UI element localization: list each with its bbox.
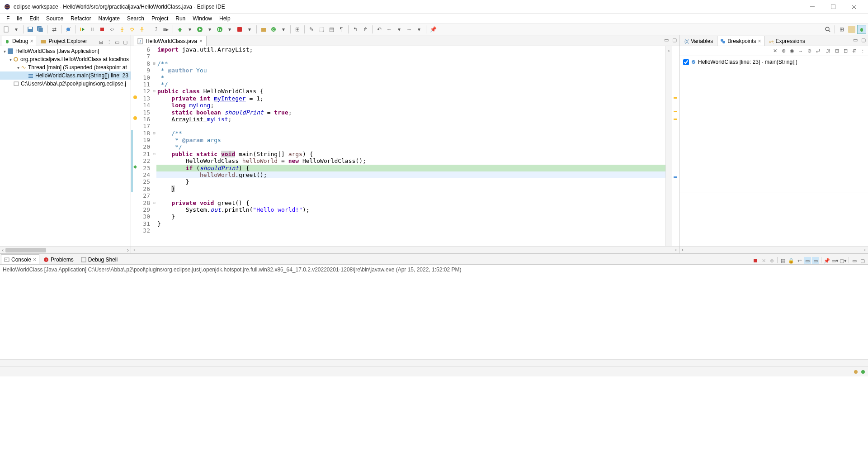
show-on-stdout-icon[interactable]: ▭ bbox=[804, 257, 811, 264]
save-icon[interactable] bbox=[26, 25, 35, 34]
show-supported-icon[interactable]: ◉ bbox=[788, 48, 796, 55]
dropdown4-icon[interactable]: ▾ bbox=[225, 25, 234, 34]
annotation-prev-icon[interactable]: ↰ bbox=[351, 25, 360, 34]
minimize-icon[interactable]: ▭ bbox=[113, 38, 121, 46]
menu-navigate[interactable]: Navigate bbox=[94, 14, 123, 23]
remove-all-launches-icon[interactable]: ⊗ bbox=[768, 257, 775, 264]
wand-icon[interactable]: ✎ bbox=[307, 25, 316, 34]
collapse-icon[interactable]: ⊟ bbox=[842, 48, 849, 55]
dropdown2-icon[interactable]: ▾ bbox=[185, 25, 194, 34]
editor-hscrollbar[interactable]: ‹ › bbox=[131, 246, 679, 253]
tree-jre[interactable]: C:\Users\Abba\.p2\pool\plugins\org.eclip… bbox=[0, 80, 131, 88]
editor-body[interactable]: 6789101112131415161718192021222324252627… bbox=[131, 46, 679, 246]
step-into-icon[interactable] bbox=[118, 25, 127, 34]
editor-vscrollbar[interactable]: ▴ ▾ bbox=[665, 46, 672, 246]
breakpoint-checkbox[interactable] bbox=[683, 59, 689, 65]
ext-tools-icon[interactable] bbox=[235, 25, 244, 34]
annotation-next-icon[interactable]: ↱ bbox=[361, 25, 370, 34]
search-icon[interactable] bbox=[823, 25, 832, 34]
minimize-icon[interactable]: ▭ bbox=[851, 257, 858, 264]
skip-all-icon[interactable]: ⊘ bbox=[806, 48, 813, 55]
add-exception-icon[interactable]: J! bbox=[825, 48, 832, 55]
java-perspective-icon[interactable] bbox=[847, 25, 856, 34]
remove-launch-icon[interactable]: ✕ bbox=[760, 257, 767, 264]
switch-icon[interactable]: ⇄ bbox=[50, 25, 59, 34]
tab-project-explorer[interactable]: Project Explorer bbox=[37, 36, 90, 46]
step-over-icon[interactable] bbox=[127, 25, 137, 34]
new-class-icon[interactable]: C bbox=[269, 25, 278, 34]
dropdown5-icon[interactable]: ▾ bbox=[245, 25, 254, 34]
tab-expressions[interactable]: x+y Expressions bbox=[765, 36, 808, 46]
menu-project[interactable]: Project bbox=[148, 14, 172, 23]
minimize-button[interactable] bbox=[802, 0, 823, 14]
dropdown3-icon[interactable]: ▾ bbox=[205, 25, 214, 34]
left-scrollbar[interactable]: ‹ › bbox=[0, 246, 131, 253]
menu-file[interactable]: File bbox=[3, 14, 26, 23]
dropdown-back-icon[interactable]: ▾ bbox=[395, 25, 404, 34]
dropdown6-icon[interactable]: ▾ bbox=[279, 25, 288, 34]
word-wrap-icon[interactable]: ↩ bbox=[796, 257, 803, 264]
console-body[interactable]: HelloWorldClass [Java Application] C:\Us… bbox=[0, 265, 868, 359]
close-icon[interactable]: × bbox=[758, 38, 761, 44]
maximize-icon[interactable]: ▢ bbox=[860, 36, 867, 43]
tree-thread[interactable]: ▾ Thread [main] (Suspended (breakpoint a… bbox=[0, 63, 131, 71]
suspend-icon[interactable] bbox=[88, 25, 97, 34]
maximize-icon[interactable]: ▢ bbox=[671, 36, 678, 43]
new-package-icon[interactable] bbox=[259, 25, 268, 34]
group-icon[interactable]: ⇵ bbox=[850, 48, 858, 55]
show-on-stderr-icon[interactable]: ▭ bbox=[812, 257, 819, 264]
run-icon[interactable] bbox=[195, 25, 204, 34]
coverage-icon[interactable] bbox=[215, 25, 224, 34]
menu-help[interactable]: Help bbox=[216, 14, 234, 23]
tab-debug[interactable]: Debug × bbox=[1, 36, 36, 46]
back-icon[interactable]: ← bbox=[385, 25, 394, 34]
close-icon[interactable]: × bbox=[33, 257, 36, 263]
code-area[interactable]: import java.util.ArrayList; /** * @autho… bbox=[156, 46, 665, 246]
tab-breakpoints[interactable]: Breakpoints × bbox=[717, 36, 764, 46]
open-console-icon[interactable]: ▢▾ bbox=[840, 257, 847, 264]
view-menu-icon[interactable]: ⋮ bbox=[105, 38, 113, 46]
show-ws-icon[interactable]: ¶ bbox=[337, 25, 346, 34]
maximize-icon[interactable]: ▢ bbox=[859, 257, 866, 264]
overview-ruler[interactable] bbox=[672, 46, 679, 246]
step-return-icon[interactable] bbox=[137, 25, 146, 34]
remove-all-icon[interactable]: ⊗ bbox=[780, 48, 787, 55]
menu-window[interactable]: Window bbox=[189, 14, 216, 23]
expand-icon[interactable]: ⊞ bbox=[833, 48, 840, 55]
dropdown-fwd-icon[interactable]: ▾ bbox=[415, 25, 424, 34]
save-all-icon[interactable] bbox=[36, 25, 45, 34]
right-scrollbar[interactable]: ‹ › bbox=[679, 246, 868, 253]
close-icon[interactable]: × bbox=[199, 38, 203, 44]
menu-search[interactable]: Search bbox=[123, 14, 148, 23]
maximize-icon[interactable]: ▢ bbox=[122, 38, 129, 46]
menu-run[interactable]: Run bbox=[172, 14, 189, 23]
tree-frame[interactable]: HelloWorldClass.main(String[]) line: 23 bbox=[0, 71, 131, 80]
annotation-ruler[interactable] bbox=[133, 46, 138, 246]
forward-icon[interactable]: → bbox=[405, 25, 414, 34]
tab-console[interactable]: Console × bbox=[1, 254, 39, 264]
view-menu-icon[interactable]: ⋮ bbox=[859, 48, 866, 55]
skip-breakpoints-icon[interactable] bbox=[64, 25, 73, 34]
remove-icon[interactable]: ✕ bbox=[771, 48, 778, 55]
goto-file-icon[interactable]: → bbox=[797, 48, 804, 55]
menu-refactor[interactable]: Refactor bbox=[67, 14, 94, 23]
link-icon[interactable]: ⇄ bbox=[814, 48, 821, 55]
tree-app[interactable]: ▾ HelloWorldClass [Java Application] bbox=[0, 47, 131, 55]
tab-debug-shell[interactable]: Debug Shell bbox=[78, 254, 121, 264]
scroll-lock-icon[interactable]: 🔒 bbox=[788, 257, 795, 264]
open-type-icon[interactable]: ⊞ bbox=[293, 25, 302, 34]
close-icon[interactable]: × bbox=[30, 38, 33, 44]
minimize-icon[interactable]: ▭ bbox=[852, 36, 859, 43]
toggle-block-icon[interactable]: ▤ bbox=[327, 25, 336, 34]
tab-variables[interactable]: (x) Variables bbox=[680, 36, 716, 46]
toggle-mark-icon[interactable]: ⬚ bbox=[317, 25, 326, 34]
editor-tab-file[interactable]: J HelloWorldClass.java × bbox=[133, 36, 207, 46]
menu-source[interactable]: Source bbox=[42, 14, 67, 23]
folding-ruler[interactable]: ⊟⊟⊟⊟⊟ bbox=[152, 46, 156, 246]
debug-icon[interactable] bbox=[175, 25, 184, 34]
drop-frame-icon[interactable]: ⤴ bbox=[151, 25, 160, 34]
debug-perspective-icon[interactable] bbox=[857, 25, 866, 34]
layout-icon[interactable]: ⊟ bbox=[97, 38, 104, 46]
minimize-icon[interactable]: ▭ bbox=[663, 36, 670, 43]
terminate-icon[interactable] bbox=[752, 257, 759, 264]
